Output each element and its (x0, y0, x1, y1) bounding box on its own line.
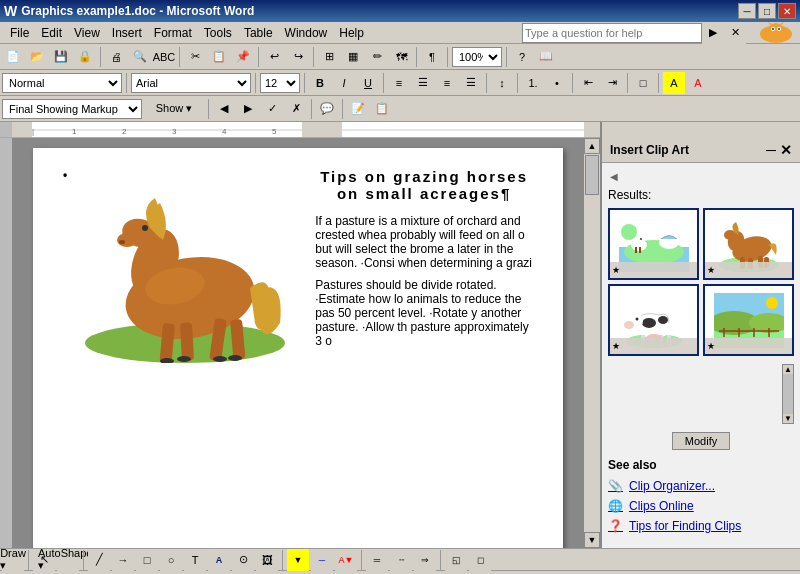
menu-tools[interactable]: Tools (198, 24, 238, 42)
help-btn2[interactable]: ? (511, 46, 533, 68)
title-bar-controls[interactable]: ─ □ ✕ (738, 3, 796, 19)
clip-organizer-label[interactable]: Clip Organizer... (629, 479, 715, 493)
drawing-btn[interactable]: ✏ (366, 46, 388, 68)
markup-mode-select[interactable]: Final Showing Markup (2, 99, 142, 119)
clip-scroll-up[interactable]: ▲ (783, 365, 793, 374)
minimize-button[interactable]: ─ (738, 3, 756, 19)
see-also-clips-online[interactable]: 🌐 Clips Online (608, 496, 794, 516)
paste-btn[interactable]: 📌 (232, 46, 254, 68)
read-mode-btn[interactable]: 📖 (535, 46, 557, 68)
oval-btn[interactable]: ○ (160, 549, 182, 571)
arrow-style-btn[interactable]: ⇒ (414, 549, 436, 571)
help-arrow-btn[interactable]: ▶ (702, 22, 724, 44)
font-color-btn2[interactable]: A▼ (335, 549, 357, 571)
menu-file[interactable]: File (4, 24, 35, 42)
justify-btn[interactable]: ☰ (460, 72, 482, 94)
close-button[interactable]: ✕ (778, 3, 796, 19)
print-btn[interactable]: 🖨 (105, 46, 127, 68)
menu-insert[interactable]: Insert (106, 24, 148, 42)
italic-btn[interactable]: I (333, 72, 355, 94)
highlight-btn[interactable]: A (663, 72, 685, 94)
clip-scroll-thumb[interactable] (783, 374, 793, 414)
size-select[interactable]: 12 (260, 73, 300, 93)
zoom-select[interactable]: 100% (452, 47, 502, 67)
clip-vscroll[interactable]: ▲ ▼ (782, 364, 794, 424)
scroll-up-btn[interactable]: ▲ (584, 138, 600, 154)
clip-panel-minimize[interactable]: ─ (766, 142, 776, 158)
scroll-track[interactable] (584, 154, 600, 532)
cut-btn[interactable]: ✂ (184, 46, 206, 68)
menu-edit[interactable]: Edit (35, 24, 68, 42)
dash-style-btn[interactable]: ╌ (390, 549, 412, 571)
scroll-down-btn[interactable]: ▼ (584, 532, 600, 548)
show-markup-btn[interactable]: Show ▾ (144, 98, 204, 120)
style-select[interactable]: Normal (2, 73, 122, 93)
menu-format[interactable]: Format (148, 24, 198, 42)
font-select[interactable]: Arial (131, 73, 251, 93)
undo-btn[interactable]: ↩ (263, 46, 285, 68)
rect-btn[interactable]: □ (136, 549, 158, 571)
see-also-clip-organizer[interactable]: 📎 Clip Organizer... (608, 476, 794, 496)
reject-change-btn[interactable]: ✗ (285, 98, 307, 120)
clip-item-3[interactable]: ★ (608, 284, 699, 356)
menu-view[interactable]: View (68, 24, 106, 42)
align-center-btn[interactable]: ☰ (412, 72, 434, 94)
redo-btn[interactable]: ↪ (287, 46, 309, 68)
scroll-thumb[interactable] (585, 155, 599, 195)
clipart-btn[interactable]: 🖼 (256, 549, 278, 571)
textbox-btn[interactable]: T (184, 549, 206, 571)
align-right-btn[interactable]: ≡ (436, 72, 458, 94)
save-btn[interactable]: 💾 (50, 46, 72, 68)
bullets-btn[interactable]: • (546, 72, 568, 94)
diagram-btn[interactable]: ⊙ (232, 549, 254, 571)
line-color-btn[interactable]: ─ (311, 549, 333, 571)
clips-online-label[interactable]: Clips Online (629, 499, 694, 513)
clip-back-btn[interactable]: ◀ (608, 169, 794, 184)
align-left-btn[interactable]: ≡ (388, 72, 410, 94)
open-btn[interactable]: 📂 (26, 46, 48, 68)
new-comment-btn[interactable]: 💬 (316, 98, 338, 120)
bold-btn[interactable]: B (309, 72, 331, 94)
increase-indent-btn[interactable]: ⇥ (601, 72, 623, 94)
copy-btn[interactable]: 📋 (208, 46, 230, 68)
fill-color-btn[interactable]: ▼ (287, 549, 309, 571)
autoshapes-btn[interactable]: AutoShapes ▾ (57, 549, 79, 571)
numbering-btn[interactable]: 1. (522, 72, 544, 94)
menu-help[interactable]: Help (333, 24, 370, 42)
next-change-btn[interactable]: ▶ (237, 98, 259, 120)
columns-btn[interactable]: ▦ (342, 46, 364, 68)
wordart-btn[interactable]: A (208, 549, 230, 571)
menu-window[interactable]: Window (279, 24, 334, 42)
clip-panel-controls[interactable]: ─ ✕ (766, 142, 792, 158)
doc-map-btn[interactable]: 🗺 (390, 46, 412, 68)
decrease-indent-btn[interactable]: ⇤ (577, 72, 599, 94)
track-changes-btn[interactable]: 📝 (347, 98, 369, 120)
shadow-btn[interactable]: ◱ (445, 549, 467, 571)
help-close-btn[interactable]: ✕ (724, 22, 746, 44)
maximize-button[interactable]: □ (758, 3, 776, 19)
outside-border-btn[interactable]: □ (632, 72, 654, 94)
line-spacing-btn[interactable]: ↕ (491, 72, 513, 94)
print-preview-btn[interactable]: 🔍 (129, 46, 151, 68)
back-arrow-icon[interactable]: ◀ (608, 169, 620, 184)
new-btn[interactable]: 📄 (2, 46, 24, 68)
vertical-scrollbar[interactable]: ▲ ▼ (584, 138, 600, 548)
doc-scroll-area[interactable]: • (12, 138, 584, 548)
help-search-input[interactable] (522, 23, 702, 43)
prev-change-btn[interactable]: ◀ (213, 98, 235, 120)
font-color-btn[interactable]: A (687, 72, 709, 94)
reviewing-pane-btn[interactable]: 📋 (371, 98, 393, 120)
clip-item-4[interactable]: ★ (703, 284, 794, 356)
modify-button[interactable]: Modify (672, 432, 730, 450)
underline-btn[interactable]: U (357, 72, 379, 94)
menu-table[interactable]: Table (238, 24, 279, 42)
clip-item-2[interactable]: ★ (703, 208, 794, 280)
line-btn[interactable]: ╱ (88, 549, 110, 571)
table-btn[interactable]: ⊞ (318, 46, 340, 68)
draw-dropdown-btn[interactable]: Draw ▾ (2, 549, 24, 571)
horse-image-container[interactable] (75, 168, 305, 366)
clip-panel-close[interactable]: ✕ (780, 142, 792, 158)
permission-btn[interactable]: 🔒 (74, 46, 96, 68)
see-also-tips[interactable]: ❓ Tips for Finding Clips (608, 516, 794, 536)
show-hide-btn[interactable]: ¶ (421, 46, 443, 68)
